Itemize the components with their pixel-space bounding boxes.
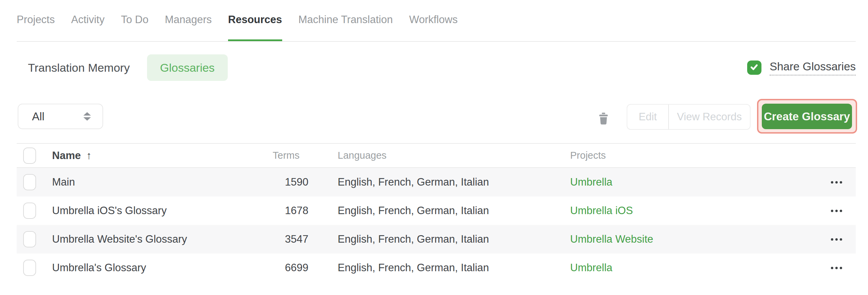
row-checkbox[interactable] (23, 231, 36, 247)
tab-activity[interactable]: Activity (71, 0, 105, 42)
resources-subnav: Translation Memory Glossaries Share Glos… (0, 54, 868, 81)
selection-actions-group: Edit View Records (627, 104, 751, 130)
column-header-name[interactable]: Name ↑ (52, 150, 273, 162)
glossary-filter-value: All (32, 110, 45, 123)
share-glossaries-checkbox[interactable] (747, 60, 761, 75)
select-all-checkbox[interactable] (23, 148, 36, 164)
ellipsis-icon (831, 210, 842, 212)
glossary-terms-count: 6699 (273, 262, 308, 274)
glossary-languages: English, French, German, Italian (308, 205, 570, 217)
subtab-glossaries[interactable]: Glossaries (147, 54, 228, 81)
row-checkbox[interactable] (23, 174, 36, 190)
glossary-name: Umbrella iOS's Glossary (52, 205, 273, 217)
glossary-filter-dropdown[interactable]: All (18, 104, 103, 129)
view-records-button[interactable]: View Records (669, 105, 750, 129)
row-menu-button[interactable] (817, 168, 856, 196)
glossary-terms-count: 1590 (273, 176, 308, 188)
glossary-terms-count: 3547 (273, 233, 308, 245)
project-link[interactable]: Umbrella (570, 176, 612, 188)
top-nav: Projects Activity To Do Managers Resourc… (17, 0, 457, 42)
tab-resources[interactable]: Resources (228, 0, 282, 42)
table-row: Umbrella Website's Glossary 3547 English… (17, 225, 856, 254)
tab-managers[interactable]: Managers (165, 0, 212, 42)
glossary-terms-count: 1678 (273, 205, 308, 217)
glossaries-page: Projects Activity To Do Managers Resourc… (0, 0, 868, 295)
glossary-name: Umbrella Website's Glossary (52, 233, 273, 245)
sort-ascending-icon: ↑ (86, 150, 92, 162)
table-row: Main 1590 English, French, German, Itali… (17, 168, 856, 196)
project-link[interactable]: Umbrella iOS (570, 205, 633, 216)
table-header-row: Name ↑ Terms Languages Projects (17, 144, 856, 168)
column-header-terms: Terms (273, 150, 308, 161)
row-menu-button[interactable] (817, 254, 856, 282)
tab-workflows[interactable]: Workflows (409, 0, 457, 42)
ellipsis-icon (831, 238, 842, 241)
check-icon (750, 63, 759, 73)
row-menu-button[interactable] (817, 196, 856, 225)
nav-divider (17, 41, 856, 42)
delete-button[interactable] (597, 112, 610, 126)
ellipsis-icon (831, 181, 842, 184)
tab-projects[interactable]: Projects (17, 0, 55, 42)
ellipsis-icon (831, 267, 842, 269)
table-row: Umbrella iOS's Glossary 1678 English, Fr… (17, 196, 856, 225)
create-glossary-button[interactable]: Create Glossary (762, 104, 852, 129)
share-glossaries-label[interactable]: Share Glossaries (770, 60, 856, 75)
column-header-languages: Languages (308, 150, 570, 161)
glossary-languages: English, French, German, Italian (308, 233, 570, 245)
trash-icon (598, 112, 609, 126)
subtab-translation-memory[interactable]: Translation Memory (28, 54, 130, 81)
row-checkbox[interactable] (23, 260, 36, 276)
column-header-projects: Projects (570, 150, 817, 161)
edit-button[interactable]: Edit (627, 105, 668, 129)
glossary-languages: English, French, German, Italian (308, 176, 570, 188)
glossary-name: Umbrella's Glossary (52, 262, 273, 274)
tab-machine-translation[interactable]: Machine Translation (299, 0, 393, 42)
row-checkbox[interactable] (23, 203, 36, 219)
project-link[interactable]: Umbrella Website (570, 233, 653, 245)
project-link[interactable]: Umbrella (570, 262, 612, 274)
row-menu-button[interactable] (817, 225, 856, 254)
glossaries-table: Name ↑ Terms Languages Projects Main 159… (17, 143, 856, 282)
updown-arrows-icon (83, 112, 91, 121)
glossary-languages: English, French, German, Italian (308, 262, 570, 274)
share-glossaries-control: Share Glossaries (747, 54, 856, 81)
glossary-name: Main (52, 176, 273, 188)
name-header-label: Name (52, 150, 81, 162)
table-row: Umbrella's Glossary 6699 English, French… (17, 254, 856, 282)
tab-todo[interactable]: To Do (121, 0, 148, 42)
